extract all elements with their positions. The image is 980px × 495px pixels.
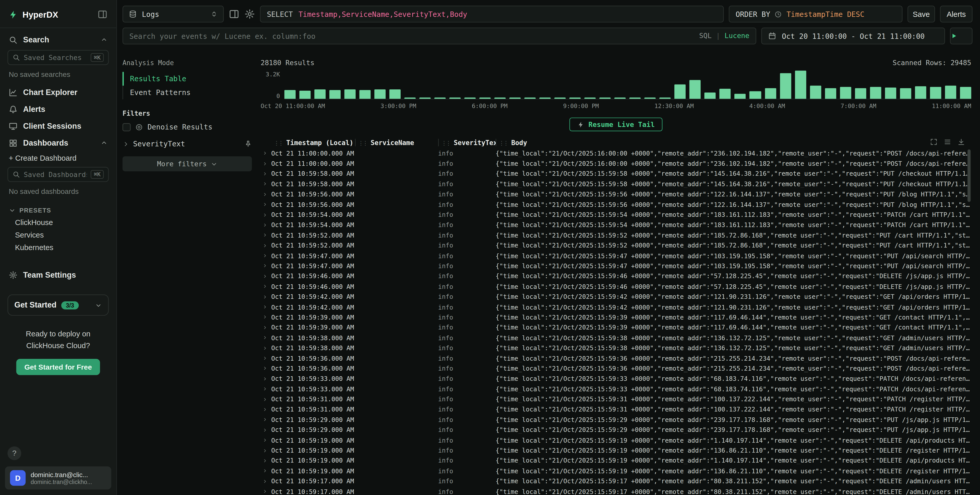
preset-item-services[interactable]: Services	[0, 229, 116, 241]
histogram-bar[interactable]	[299, 91, 310, 99]
row-expand-icon[interactable]	[261, 161, 271, 166]
row-density-icon[interactable]	[944, 138, 951, 146]
histogram-bar[interactable]	[495, 97, 506, 99]
expand-icon[interactable]	[930, 138, 937, 146]
table-row[interactable]: Oct 21 10:59:19.000 AMinfo{"time_local":…	[261, 456, 971, 466]
histogram-bar[interactable]	[360, 90, 371, 99]
table-row[interactable]: Oct 21 10:59:29.000 AMinfo{"time_local":…	[261, 425, 971, 435]
preset-item-kubernetes[interactable]: Kubernetes	[0, 241, 116, 254]
row-expand-icon[interactable]	[261, 407, 271, 412]
column-grip-icon[interactable]	[356, 139, 369, 146]
pin-icon[interactable]	[244, 140, 252, 147]
histogram-bar[interactable]	[525, 97, 536, 99]
histogram-bar[interactable]	[719, 89, 731, 99]
scrollbar-thumb[interactable]	[967, 150, 970, 202]
table-row[interactable]: Oct 21 10:59:54.000 AMinfo{"time_local":…	[261, 220, 971, 230]
sql-select-input[interactable]: SELECT Timestamp,ServiceName,SeverityTex…	[260, 6, 724, 22]
histogram-bar[interactable]	[900, 88, 911, 99]
mode-lucene-toggle[interactable]: Lucene	[724, 32, 749, 40]
row-expand-icon[interactable]	[261, 284, 271, 289]
histogram-bar[interactable]	[840, 87, 851, 99]
row-expand-icon[interactable]	[261, 264, 271, 269]
histogram-bar[interactable]	[705, 92, 716, 99]
row-expand-icon[interactable]	[261, 294, 271, 299]
more-filters-button[interactable]: More filters	[123, 156, 252, 171]
column-header-servicename[interactable]: ServiceName	[355, 139, 438, 146]
chevron-up-icon[interactable]	[100, 36, 108, 43]
row-expand-icon[interactable]	[261, 274, 271, 279]
table-row[interactable]: Oct 21 10:59:54.000 AMinfo{"time_local":…	[261, 210, 971, 220]
histogram-bar[interactable]	[600, 97, 611, 99]
time-range-picker[interactable]: Oct 20 11:00:00 - Oct 21 11:00:00	[761, 28, 945, 45]
source-select[interactable]: Logs	[123, 6, 224, 22]
get-started-card[interactable]: Get Started 3/3	[7, 294, 109, 316]
tab-results-table[interactable]: Results Table	[123, 72, 252, 86]
gear-icon[interactable]	[244, 9, 255, 19]
row-expand-icon[interactable]	[261, 315, 271, 320]
histogram-bar[interactable]	[630, 97, 641, 99]
row-expand-icon[interactable]	[261, 366, 271, 371]
sidebar-item-search[interactable]: Search	[0, 31, 116, 48]
row-expand-icon[interactable]	[261, 171, 271, 177]
table-row[interactable]: Oct 21 10:59:39.000 AMinfo{"time_local":…	[261, 322, 971, 333]
table-row[interactable]: Oct 21 10:59:46.000 AMinfo{"time_local":…	[261, 282, 971, 292]
table-row[interactable]: Oct 21 10:59:52.000 AMinfo{"time_local":…	[261, 240, 971, 251]
sidebar-item-team-settings[interactable]: Team Settings	[0, 266, 116, 283]
table-row[interactable]: Oct 21 10:59:38.000 AMinfo{"time_local":…	[261, 343, 971, 353]
histogram-bar[interactable]	[555, 97, 566, 99]
sidebar-item-chart-explorer[interactable]: Chart Explorer	[0, 84, 116, 100]
row-expand-icon[interactable]	[261, 479, 271, 484]
column-grip-icon[interactable]	[496, 139, 509, 146]
table-row[interactable]: Oct 21 10:59:31.000 AMinfo{"time_local":…	[261, 394, 971, 404]
download-icon[interactable]	[958, 138, 965, 146]
saved-searches-search[interactable]: ⌘K	[7, 50, 109, 65]
create-dashboard-button[interactable]: + Create Dashboard	[0, 151, 116, 165]
denoise-results-toggle[interactable]: Denoise Results	[123, 123, 252, 131]
preset-item-clickhouse[interactable]: ClickHouse	[0, 216, 116, 229]
row-expand-icon[interactable]	[261, 345, 271, 351]
table-row[interactable]: Oct 21 10:59:33.000 AMinfo{"time_local":…	[261, 384, 971, 394]
row-expand-icon[interactable]	[261, 212, 271, 217]
row-expand-icon[interactable]	[261, 233, 271, 238]
row-expand-icon[interactable]	[261, 438, 271, 443]
row-expand-icon[interactable]	[261, 428, 271, 433]
table-row[interactable]: Oct 21 10:59:19.000 AMinfo{"time_local":…	[261, 446, 971, 456]
histogram-bar[interactable]	[329, 90, 340, 99]
histogram-bar[interactable]	[795, 71, 806, 99]
histogram-bar[interactable]	[854, 88, 866, 99]
histogram-bar[interactable]	[870, 87, 881, 99]
row-expand-icon[interactable]	[261, 202, 271, 207]
histogram-bar[interactable]	[945, 86, 956, 99]
row-expand-icon[interactable]	[261, 458, 271, 463]
histogram-bar[interactable]	[509, 97, 521, 99]
histogram-bar[interactable]	[314, 89, 326, 99]
help-button[interactable]: ?	[7, 446, 21, 460]
alerts-button[interactable]: Alerts	[940, 6, 972, 22]
sidebar-collapse-icon[interactable]	[97, 10, 108, 19]
row-expand-icon[interactable]	[261, 253, 271, 258]
row-expand-icon[interactable]	[261, 223, 271, 228]
sidebar-item-client-sessions[interactable]: Client Sessions	[0, 118, 116, 134]
table-row[interactable]: Oct 21 11:00:00.000 AMinfo{"time_local":…	[261, 148, 971, 158]
saved-dashboards-input[interactable]	[24, 170, 87, 178]
table-row[interactable]: Oct 21 10:59:29.000 AMinfo{"time_local":…	[261, 415, 971, 425]
table-row[interactable]: Oct 21 10:59:42.000 AMinfo{"time_local":…	[261, 302, 971, 312]
histogram-bar[interactable]	[690, 80, 701, 99]
column-grip-icon[interactable]	[271, 139, 284, 146]
histogram-bar[interactable]	[960, 87, 971, 99]
saved-searches-input[interactable]	[24, 53, 87, 62]
histogram-bar[interactable]	[404, 97, 416, 99]
logo[interactable]: HyperDX	[9, 10, 58, 19]
row-expand-icon[interactable]	[261, 397, 271, 402]
save-button[interactable]: Save	[907, 6, 935, 22]
histogram-bar[interactable]	[810, 86, 821, 99]
column-header-severitytext[interactable]: SeverityText	[438, 139, 496, 146]
row-expand-icon[interactable]	[261, 387, 271, 392]
column-header-timestamp[interactable]: Timestamp (Local)	[271, 139, 355, 146]
table-row[interactable]: Oct 21 10:59:36.000 AMinfo{"time_local":…	[261, 353, 971, 363]
event-search-box[interactable]: SQL | Lucene	[123, 28, 756, 45]
row-expand-icon[interactable]	[261, 151, 271, 156]
table-row[interactable]: Oct 21 10:59:39.000 AMinfo{"time_local":…	[261, 312, 971, 322]
row-expand-icon[interactable]	[261, 181, 271, 187]
mode-sql-toggle[interactable]: SQL	[699, 32, 712, 40]
